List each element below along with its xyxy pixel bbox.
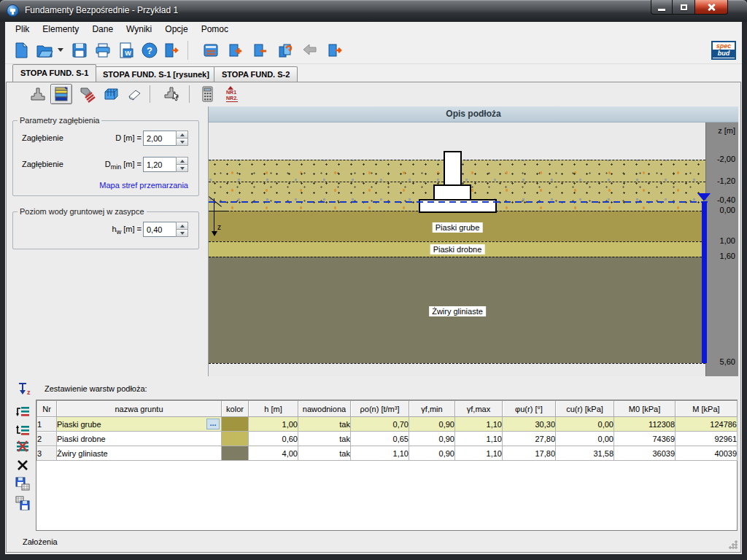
table-row[interactable]: 3 Żwiry gliniaste 4,00 tak 1,10 0,90 1,1…: [37, 446, 738, 461]
menu-opcje[interactable]: Opcje: [158, 22, 194, 36]
gfmin-cell[interactable]: 0,90: [409, 417, 455, 432]
row-number-cell[interactable]: 3: [37, 446, 57, 461]
depth-dmin-up-button[interactable]: [176, 157, 188, 165]
close-button[interactable]: [694, 0, 728, 15]
m0-cell[interactable]: 112308: [614, 417, 676, 432]
h-cell[interactable]: 0,60: [249, 432, 298, 446]
phi-cell[interactable]: 17,80: [503, 446, 556, 461]
col-h: h [m]: [249, 401, 298, 417]
water-hw-down-button[interactable]: [176, 230, 188, 237]
title-bar[interactable]: Fundamenty Bezpośrednie - Przykład 1: [0, 0, 747, 22]
menu-wyniki[interactable]: Wyniki: [120, 22, 158, 36]
rho-cell[interactable]: 1,10: [351, 446, 409, 461]
print-button[interactable]: [93, 40, 113, 61]
undo-button[interactable]: [300, 40, 320, 61]
cu-cell[interactable]: 0,00: [556, 432, 614, 446]
soil-name-cell[interactable]: Piaski drobne: [57, 432, 222, 446]
depth-d-input[interactable]: [143, 131, 176, 146]
tab-stopa-s1-rysunek[interactable]: STOPA FUND. S-1 [rysunek]: [95, 66, 217, 82]
h-cell[interactable]: 4,00: [249, 446, 298, 461]
table-row[interactable]: 2 Piaski drobne 0,60 tak 0,65 0,90 1,10 …: [37, 432, 738, 446]
export-layers-button[interactable]: [14, 495, 31, 511]
soil-name-cell[interactable]: Piaski grube...: [57, 417, 222, 432]
menu-dane[interactable]: Dane: [85, 22, 120, 36]
maximize-button[interactable]: [673, 0, 694, 15]
gfmax-cell[interactable]: 1,10: [455, 417, 503, 432]
color-swatch-cell[interactable]: [222, 432, 249, 446]
color-swatch-cell[interactable]: [222, 446, 249, 461]
save-icon: [71, 42, 88, 59]
saturated-cell[interactable]: tak: [298, 432, 351, 446]
exit-button[interactable]: [161, 40, 182, 61]
saturated-cell[interactable]: tak: [298, 446, 351, 461]
export-word-button[interactable]: W: [116, 40, 136, 61]
foundation-options-button[interactable]: [161, 84, 183, 104]
calculator-button[interactable]: [196, 84, 218, 104]
remove-element-button[interactable]: [250, 40, 271, 61]
saturated-cell[interactable]: tak: [298, 417, 351, 432]
footing-geometry-button[interactable]: [27, 84, 49, 104]
edit-soil-name-button[interactable]: ...: [206, 419, 220, 429]
save-button[interactable]: [69, 40, 90, 61]
row-number-cell[interactable]: 2: [37, 432, 57, 446]
depth-d-up-button[interactable]: [176, 131, 188, 139]
eraser-icon: [125, 85, 143, 103]
minimize-button[interactable]: [651, 0, 673, 15]
replace-layer-button[interactable]: [14, 438, 31, 454]
add-element-button[interactable]: [225, 40, 246, 61]
h-cell[interactable]: 1,00: [249, 417, 298, 432]
m-cell[interactable]: 124786: [676, 417, 738, 432]
cu-cell[interactable]: 0,00: [556, 417, 614, 432]
insert-layer-above-icon: [15, 404, 30, 419]
tab-stopa-s1[interactable]: STOPA FUND. S-1: [12, 64, 96, 82]
insert-layer-below-button[interactable]: [14, 422, 31, 438]
material-button[interactable]: [100, 84, 122, 104]
soil-name-cell[interactable]: Żwiry gliniaste: [57, 446, 222, 461]
depth-dmin-input[interactable]: [143, 157, 176, 172]
menu-elementy[interactable]: Elementy: [36, 22, 85, 36]
loads-button[interactable]: [77, 84, 98, 104]
table-row[interactable]: 1 Piaski grube... 1,00 tak 0,70 0,90 1,1…: [37, 417, 738, 432]
depth-dmin-down-button[interactable]: [176, 165, 188, 172]
cu-cell[interactable]: 31,58: [556, 446, 614, 461]
tab-stopa-s2[interactable]: STOPA FUND. S-2: [214, 66, 298, 82]
eraser-button[interactable]: [123, 84, 145, 104]
elements-list-button[interactable]: [201, 40, 221, 61]
drawing-title: Opis podłoża: [209, 106, 738, 122]
copy-element-button[interactable]: [275, 40, 295, 61]
insert-layer-above-button[interactable]: [14, 403, 31, 419]
depth-group-title: Parametry zagłębienia: [18, 116, 101, 125]
resize-grip[interactable]: [729, 540, 738, 549]
soil-layers-button[interactable]: [50, 84, 72, 104]
m-cell[interactable]: 92961: [676, 432, 738, 446]
depth-d-down-button[interactable]: [176, 139, 188, 146]
phi-cell[interactable]: 30,30: [503, 417, 556, 432]
m-cell[interactable]: 40039: [676, 446, 738, 461]
gfmin-cell[interactable]: 0,90: [409, 446, 455, 461]
color-swatch-cell[interactable]: [222, 417, 249, 432]
water-hw-input[interactable]: [143, 222, 176, 237]
open-dropdown-caret[interactable]: [58, 48, 63, 52]
import-layers-button[interactable]: [14, 476, 31, 492]
phi-cell[interactable]: 27,80: [503, 432, 556, 446]
new-document-button[interactable]: [11, 40, 31, 61]
sort-by-depth-button[interactable]: z: [17, 381, 31, 396]
row-number-cell[interactable]: 1: [37, 417, 57, 432]
m0-cell[interactable]: 74369: [614, 432, 676, 446]
gfmax-cell[interactable]: 1,10: [455, 432, 503, 446]
ruler-tick: 5,60: [706, 357, 735, 366]
frost-map-link[interactable]: Mapa stref przemarzania: [99, 181, 188, 190]
menu-pomoc[interactable]: Pomoc: [195, 22, 235, 36]
menu-plik[interactable]: Plik: [9, 22, 36, 36]
gfmin-cell[interactable]: 0,90: [409, 432, 455, 446]
help-button[interactable]: ?: [139, 40, 160, 61]
open-file-button[interactable]: [34, 40, 55, 61]
water-hw-up-button[interactable]: [176, 222, 188, 230]
rho-cell[interactable]: 0,70: [351, 417, 409, 432]
load-cases-button[interactable]: NR1 NR2.: [221, 84, 243, 104]
delete-layer-button[interactable]: [14, 457, 31, 473]
rho-cell[interactable]: 0,65: [351, 432, 409, 446]
next-element-button[interactable]: [325, 40, 345, 61]
gfmax-cell[interactable]: 1,10: [455, 446, 503, 461]
m0-cell[interactable]: 36039: [614, 446, 676, 461]
